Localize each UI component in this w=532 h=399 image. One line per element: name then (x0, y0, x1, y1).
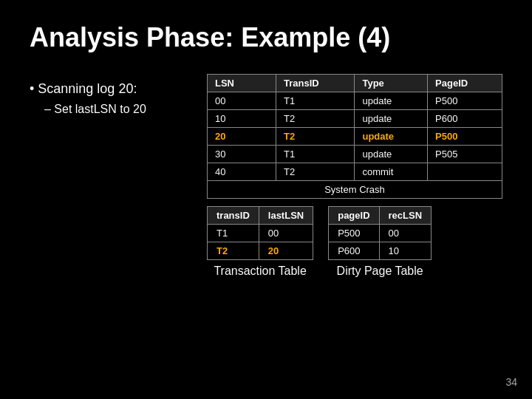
log-cell-pageid (428, 163, 502, 181)
log-cell-transid: T1 (276, 146, 355, 163)
bullet-item: • Scanning log 20: (30, 81, 192, 97)
trans-cell-lastlsn: 20 (259, 242, 313, 260)
dirty-col-pageid: pageID (329, 207, 379, 225)
log-cell-lsn: 10 (208, 110, 276, 128)
transaction-table: transID lastLSN T100T220 (207, 206, 313, 260)
right-panel: LSN TransID Type PageID 00T1updateP50010… (207, 74, 502, 278)
log-cell-transid: T2 (276, 163, 355, 181)
trans-col-lastlsn: lastLSN (259, 207, 313, 225)
log-col-lsn: LSN (208, 75, 276, 92)
dirty-page-table: pageID recLSN P50000P60010 (328, 206, 432, 260)
log-cell-type: update (355, 110, 428, 128)
log-col-pageid: PageID (428, 75, 502, 92)
dirty-col-reclsn: recLSN (379, 207, 432, 225)
log-cell-type: commit (355, 163, 428, 181)
log-col-type: Type (355, 75, 428, 92)
trans-cell-transid: T1 (208, 225, 259, 242)
trans-cell-lastlsn: 00 (259, 225, 313, 242)
content-area: • Scanning log 20: – Set lastLSN to 20 L… (30, 74, 502, 278)
log-cell-pageid: P505 (428, 146, 502, 163)
trans-cell-transid: T2 (208, 242, 259, 260)
log-cell-transid: T1 (276, 92, 355, 110)
log-cell-type: update (355, 146, 428, 163)
log-cell-pageid: P600 (428, 110, 502, 128)
bottom-tables: transID lastLSN T100T220 Transaction Tab… (207, 206, 502, 278)
dirty-cell-pageid: P500 (329, 225, 379, 242)
page-title: Analysis Phase: Example (4) (30, 22, 502, 53)
log-cell-lsn: 40 (208, 163, 276, 181)
log-col-transid: TransID (276, 75, 355, 92)
slide-number: 34 (505, 376, 517, 388)
trans-col-transid: transID (208, 207, 259, 225)
log-cell-type: update (355, 128, 428, 146)
log-cell-lsn: 20 (208, 128, 276, 146)
log-cell-transid: T2 (276, 110, 355, 128)
log-cell-lsn: 00 (208, 92, 276, 110)
dirty-page-table-wrapper: pageID recLSN P50000P60010 Dirty Page Ta… (328, 206, 432, 278)
left-panel: • Scanning log 20: – Set lastLSN to 20 (30, 74, 192, 116)
log-cell-transid: T2 (276, 128, 355, 146)
slide: Analysis Phase: Example (4) • Scanning l… (0, 0, 532, 399)
log-cell-type: update (355, 92, 428, 110)
log-cell-pageid: P500 (428, 128, 502, 146)
log-cell-lsn: 30 (208, 146, 276, 163)
log-table: LSN TransID Type PageID 00T1updateP50010… (207, 74, 502, 199)
system-crash-label: System Crash (208, 181, 502, 199)
dirty-cell-reclsn: 00 (379, 225, 432, 242)
dirty-cell-pageid: P600 (329, 242, 379, 260)
dirty-cell-reclsn: 10 (379, 242, 432, 260)
transaction-table-label: Transaction Table (214, 265, 306, 278)
log-cell-pageid: P500 (428, 92, 502, 110)
dirty-page-table-label: Dirty Page Table (337, 265, 423, 278)
sub-bullet-item: – Set lastLSN to 20 (30, 103, 192, 116)
transaction-table-wrapper: transID lastLSN T100T220 Transaction Tab… (207, 206, 313, 278)
